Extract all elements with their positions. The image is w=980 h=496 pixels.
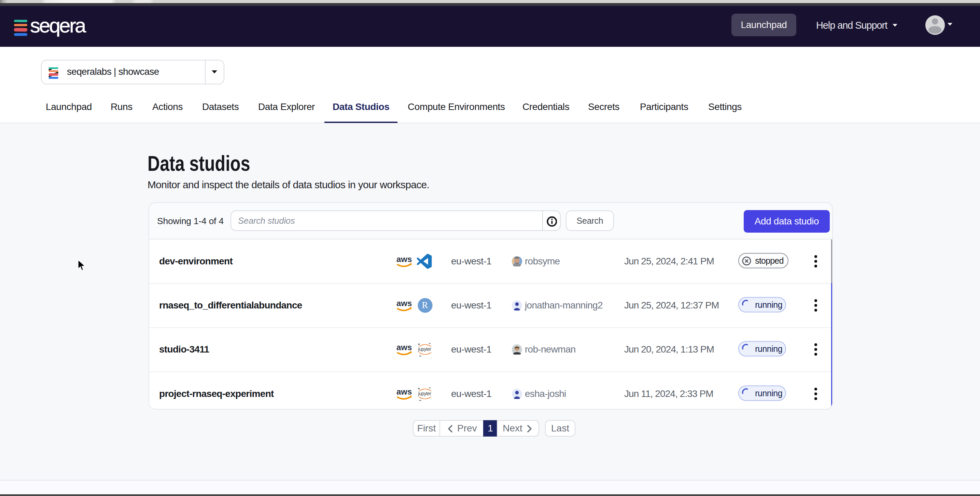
svg-text:aws: aws: [396, 387, 412, 396]
svg-text:aws: aws: [396, 255, 412, 264]
svg-text:aws: aws: [396, 298, 412, 308]
svg-text:jupyter: jupyter: [418, 391, 432, 396]
svg-text:jupyter: jupyter: [418, 346, 432, 352]
svg-text:R: R: [422, 300, 428, 310]
svg-text:aws: aws: [396, 343, 412, 352]
